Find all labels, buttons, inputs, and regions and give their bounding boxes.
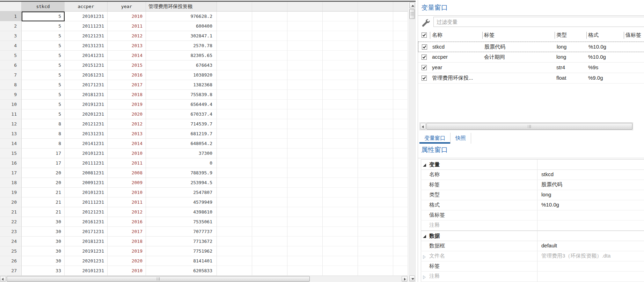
data-cell-year[interactable]: 2014 <box>108 51 146 60</box>
data-cell-empty[interactable] <box>287 188 323 197</box>
data-cell-empty[interactable] <box>217 266 252 276</box>
data-cell-value[interactable]: 7077737 <box>146 227 217 237</box>
row-number[interactable]: 27 <box>0 266 22 276</box>
data-cell-empty[interactable] <box>252 80 287 90</box>
property-row[interactable]: 注释 <box>421 272 644 282</box>
data-cell-empty[interactable] <box>358 246 393 256</box>
column-header-empty[interactable] <box>358 2 393 12</box>
row-number[interactable]: 15 <box>0 149 22 158</box>
row-number[interactable]: 26 <box>0 256 22 266</box>
data-cell-stkcd[interactable]: 5 <box>22 60 65 70</box>
data-cell-empty[interactable] <box>217 158 252 168</box>
data-cell-empty[interactable] <box>287 70 323 80</box>
data-cell-empty[interactable] <box>217 70 252 80</box>
data-cell-year[interactable]: 2011 <box>108 21 146 31</box>
column-header-accper[interactable]: accper <box>65 2 108 12</box>
data-cell-empty[interactable] <box>323 90 358 100</box>
data-cell-year[interactable]: 2019 <box>108 246 146 256</box>
data-cell-value[interactable]: 82305.65 <box>146 51 217 60</box>
data-cell-stkcd[interactable]: 33 <box>22 266 65 276</box>
data-cell-empty[interactable] <box>323 60 358 70</box>
row-number[interactable]: 13 <box>0 129 22 139</box>
data-cell-stkcd[interactable]: 5 <box>22 51 65 60</box>
scroll-right-button[interactable] <box>402 276 408 282</box>
data-cell-empty[interactable] <box>358 80 393 90</box>
data-cell-stkcd[interactable]: 5 <box>22 21 65 31</box>
data-cell-accper[interactable]: 20121231 <box>65 31 108 41</box>
scroll-left-button[interactable] <box>0 276 6 282</box>
data-cell-empty[interactable] <box>358 256 393 266</box>
expanded-triangle-icon[interactable] <box>423 164 426 167</box>
data-cell-empty[interactable] <box>252 188 287 197</box>
data-cell-stkcd[interactable]: 21 <box>22 188 65 197</box>
column-header-empty[interactable] <box>252 2 287 12</box>
data-cell-empty[interactable] <box>323 256 358 266</box>
data-cell-year[interactable]: 2014 <box>108 139 146 149</box>
property-row[interactable]: 标签股票代码 <box>421 180 644 190</box>
data-cell-stkcd[interactable]: 17 <box>22 149 65 158</box>
data-cell-accper[interactable]: 20101231 <box>65 149 108 158</box>
data-cell-empty[interactable] <box>217 168 252 178</box>
table-vertical-scrollbar[interactable] <box>409 2 416 282</box>
column-header-value[interactable]: 管理费用环保投资额 <box>146 2 217 12</box>
data-cell-value[interactable]: 7751962 <box>146 246 217 256</box>
data-cell-empty[interactable] <box>393 51 408 60</box>
expanded-triangle-icon[interactable] <box>423 235 426 238</box>
data-cell-empty[interactable] <box>217 109 252 119</box>
variables-column-header[interactable]: 类型 <box>556 32 567 38</box>
data-cell-empty[interactable] <box>217 188 252 197</box>
data-cell-empty[interactable] <box>323 246 358 256</box>
data-cell-year[interactable]: 2013 <box>108 41 146 51</box>
data-cell-empty[interactable] <box>358 21 393 31</box>
data-cell-empty[interactable] <box>358 197 393 207</box>
data-cell-accper[interactable]: 20151231 <box>65 60 108 70</box>
row-number[interactable]: 19 <box>0 188 22 197</box>
column-header-empty[interactable] <box>287 2 323 12</box>
row-number[interactable]: 2 <box>0 21 22 31</box>
variable-row[interactable]: accper会计期间long%10.0g <box>418 52 644 63</box>
row-number[interactable]: 25 <box>0 246 22 256</box>
select-all-checkbox[interactable] <box>422 32 427 38</box>
data-cell-empty[interactable] <box>323 51 358 60</box>
data-cell-stkcd[interactable]: 30 <box>22 256 65 266</box>
data-cell-year[interactable]: 2008 <box>108 168 146 178</box>
data-cell-empty[interactable] <box>393 168 408 178</box>
data-cell-value[interactable]: 4398610 <box>146 207 217 217</box>
column-header-empty[interactable] <box>323 2 358 12</box>
data-cell-empty[interactable] <box>393 119 408 129</box>
data-cell-empty[interactable] <box>252 217 287 227</box>
data-cell-empty[interactable] <box>393 12 408 21</box>
column-header-stkcd[interactable]: stkcd <box>22 2 65 12</box>
data-cell-accper[interactable]: 20171231 <box>65 80 108 90</box>
data-cell-empty[interactable] <box>358 178 393 188</box>
row-number[interactable]: 17 <box>0 168 22 178</box>
data-cell-accper[interactable]: 20091231 <box>65 178 108 188</box>
data-cell-empty[interactable] <box>252 266 287 276</box>
row-number[interactable]: 6 <box>0 60 22 70</box>
data-cell-empty[interactable] <box>393 188 408 197</box>
data-cell-empty[interactable] <box>252 109 287 119</box>
data-cell-empty[interactable] <box>358 266 393 276</box>
row-number[interactable]: 7 <box>0 70 22 80</box>
row-number[interactable]: 21 <box>0 207 22 217</box>
data-cell-stkcd[interactable]: 5 <box>22 90 65 100</box>
data-cell-empty[interactable] <box>358 12 393 21</box>
data-cell-empty[interactable] <box>323 129 358 139</box>
data-cell-stkcd[interactable]: 30 <box>22 227 65 237</box>
data-cell-stkcd[interactable]: 30 <box>22 246 65 256</box>
variable-filter-input[interactable] <box>433 17 644 27</box>
property-row[interactable]: 类型long <box>421 190 644 200</box>
data-cell-empty[interactable] <box>393 158 408 168</box>
data-cell-empty[interactable] <box>358 237 393 246</box>
scroll-up-button[interactable] <box>409 2 415 8</box>
data-cell-stkcd[interactable]: 5 <box>22 100 65 109</box>
data-cell-value[interactable]: 1038920 <box>146 70 217 80</box>
data-cell-empty[interactable] <box>217 119 252 129</box>
data-cell-value[interactable]: 253994.5 <box>146 178 217 188</box>
data-cell-empty[interactable] <box>252 12 287 21</box>
data-cell-empty[interactable] <box>217 197 252 207</box>
variables-column-header[interactable]: 名称 <box>432 32 442 38</box>
data-cell-year[interactable]: 2010 <box>108 266 146 276</box>
variable-checkbox[interactable] <box>422 65 427 70</box>
data-cell-empty[interactable] <box>287 21 323 31</box>
